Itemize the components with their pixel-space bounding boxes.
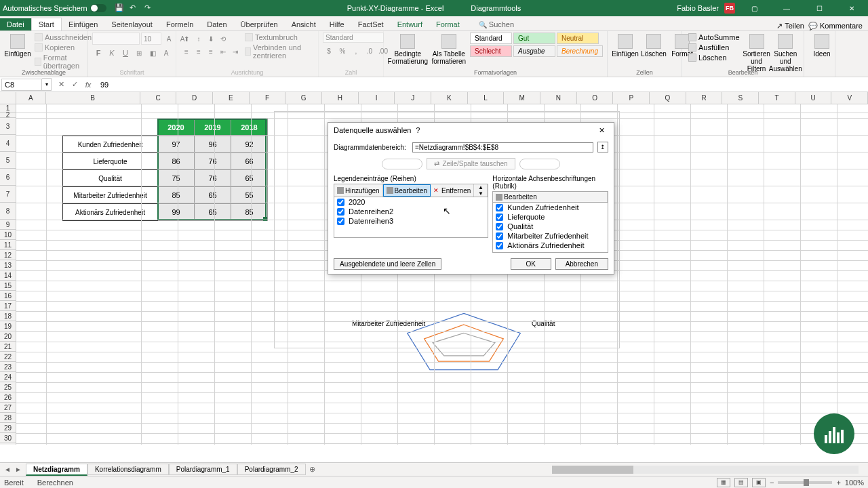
number-format-select[interactable]	[323, 33, 384, 43]
sheet-nav-next[interactable]: ►	[14, 466, 23, 473]
maximize-icon[interactable]: ☐	[806, 0, 833, 16]
sheet-nav-prev[interactable]: ◄	[3, 466, 12, 473]
dialog-close-icon[interactable]: ✕	[595, 126, 608, 135]
hidden-cells-button[interactable]: Ausgeblendete und leere Zellen	[334, 258, 441, 270]
col-header[interactable]: G	[285, 92, 322, 104]
row-header[interactable]: 12	[0, 250, 16, 260]
autosave-toggle[interactable]: Automatisches Speichern	[3, 4, 106, 12]
font-select[interactable]	[92, 33, 140, 45]
move-down-icon[interactable]: ▼	[474, 190, 487, 197]
style-neutral[interactable]: Neutral	[557, 33, 599, 44]
font-color-icon[interactable]: A	[160, 47, 172, 59]
toggle-switch[interactable]	[90, 4, 106, 12]
tab-data[interactable]: Daten	[200, 18, 233, 30]
underline-icon[interactable]: U	[119, 47, 132, 59]
row-header[interactable]: 21	[0, 342, 16, 352]
tab-view[interactable]: Ansicht	[285, 18, 323, 30]
switch-row-col-button[interactable]: Zeile/Spalte tauschen	[427, 158, 515, 169]
col-header[interactable]: B	[46, 92, 140, 104]
col-header[interactable]: V	[831, 92, 868, 104]
col-header[interactable]: C	[140, 92, 177, 104]
border-icon[interactable]: ⊞	[133, 47, 145, 59]
close-icon[interactable]: ✕	[838, 0, 865, 16]
row-header[interactable]: 18	[0, 311, 16, 321]
col-header[interactable]: O	[577, 92, 614, 104]
chart-range-input[interactable]	[412, 142, 593, 152]
row-header[interactable]: 29	[0, 423, 16, 433]
col-header[interactable]: R	[686, 92, 723, 104]
tab-factset[interactable]: FactSet	[351, 18, 391, 30]
sheet-tab[interactable]: Netzdiagramm	[26, 464, 87, 476]
ribbon-options-icon[interactable]: ▢	[741, 0, 768, 16]
style-ausgabe[interactable]: Ausgabe	[513, 45, 555, 57]
redo-icon[interactable]: ↷	[144, 3, 154, 13]
zoom-slider[interactable]	[778, 481, 832, 484]
tab-review[interactable]: Überprüfen	[234, 18, 285, 30]
find-select-button[interactable]: Suchen und Auswählen	[772, 33, 800, 74]
row-header[interactable]: 30	[0, 433, 16, 443]
insert-cells-button[interactable]: Einfügen	[612, 33, 639, 59]
format-painter-button[interactable]: Format übertragen	[33, 53, 94, 70]
formula-input[interactable]	[98, 79, 868, 90]
row-header[interactable]: 17	[0, 301, 16, 311]
cancel-button[interactable]: Abbrechen	[555, 258, 608, 270]
row-header[interactable]: 6	[0, 169, 16, 186]
move-up-icon[interactable]: ▲	[474, 184, 487, 190]
row-header[interactable]: 31	[0, 443, 16, 445]
ideas-button[interactable]: Ideen	[808, 33, 835, 59]
comments-button[interactable]: Kommentare	[808, 22, 863, 30]
style-standard[interactable]: Standard	[470, 33, 512, 44]
tab-help[interactable]: Hilfe	[323, 18, 351, 30]
row-header[interactable]: 26	[0, 392, 16, 403]
col-header[interactable]: M	[504, 92, 540, 104]
tab-format[interactable]: Format	[429, 18, 467, 30]
tab-design[interactable]: Entwurf	[391, 18, 429, 30]
row-header[interactable]: 8	[0, 203, 16, 220]
grow-font-icon[interactable]: A	[163, 33, 175, 45]
view-break-icon[interactable]: ▣	[752, 478, 766, 487]
tab-file[interactable]: Datei	[0, 18, 31, 30]
col-header[interactable]: D	[176, 92, 213, 104]
style-schlecht[interactable]: Schlecht	[470, 45, 512, 57]
col-header[interactable]: Q	[650, 92, 686, 104]
align-right-icon[interactable]: ≡	[205, 45, 217, 58]
row-header[interactable]: 11	[0, 240, 16, 250]
currency-icon[interactable]: $	[323, 45, 335, 57]
sort-filter-button[interactable]: Sortieren und Filtern	[743, 33, 770, 74]
row-header[interactable]: 4	[0, 135, 16, 152]
col-header[interactable]: J	[395, 92, 431, 104]
col-header[interactable]: N	[540, 92, 577, 104]
zoom-out-icon[interactable]: −	[770, 479, 774, 487]
undo-icon[interactable]: ↶	[130, 3, 139, 13]
save-icon[interactable]: 💾	[115, 3, 124, 13]
cut-button[interactable]: Ausschneiden	[33, 33, 94, 42]
row-header[interactable]: 25	[0, 382, 16, 392]
row-header[interactable]: 20	[0, 331, 16, 342]
edit-series-button[interactable]: Bearbeiten	[383, 184, 431, 197]
row-header[interactable]: 27	[0, 403, 16, 413]
align-left-icon[interactable]: ≡	[180, 45, 193, 58]
add-series-button[interactable]: Hinzufügen	[334, 184, 383, 197]
row-header[interactable]: 14	[0, 270, 16, 281]
italic-icon[interactable]: K	[106, 47, 118, 59]
tab-search[interactable]: Suchen	[472, 18, 521, 30]
col-header[interactable]: U	[795, 92, 832, 104]
col-header[interactable]: I	[359, 92, 395, 104]
tab-insert[interactable]: Einfügen	[62, 18, 104, 30]
wrap-text-button[interactable]: Textumbruch	[243, 33, 314, 42]
style-gut[interactable]: Gut	[513, 33, 555, 44]
row-header[interactable]: 2	[0, 113, 16, 118]
view-normal-icon[interactable]: ▦	[717, 478, 730, 487]
col-header[interactable]: F	[250, 92, 286, 104]
row-header[interactable]: 24	[0, 372, 16, 382]
font-size-select[interactable]	[141, 33, 161, 45]
zoom-in-icon[interactable]: +	[836, 479, 840, 487]
col-header[interactable]: L	[468, 92, 505, 104]
row-header[interactable]: 3	[0, 118, 16, 135]
col-header[interactable]: K	[431, 92, 468, 104]
row-header[interactable]: 22	[0, 352, 16, 362]
row-header[interactable]: 7	[0, 186, 16, 203]
user-badge[interactable]: FB	[724, 3, 735, 14]
name-box-dropdown[interactable]: ▾	[42, 78, 52, 91]
row-header[interactable]: 9	[0, 220, 16, 230]
